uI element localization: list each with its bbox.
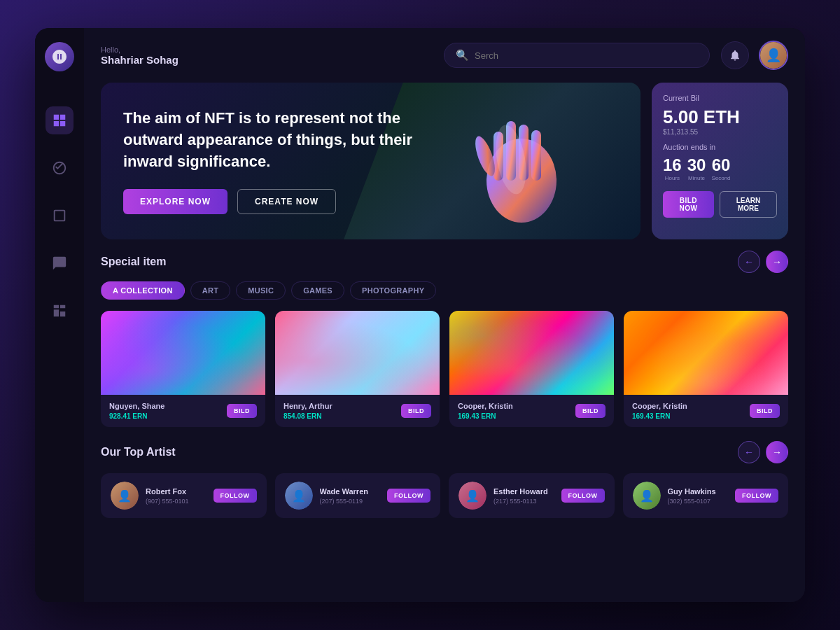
- nft-card-2: Henry, Arthur 854.08 ERN BILD: [275, 311, 440, 427]
- follow-button-4[interactable]: FOLLOW: [735, 489, 778, 503]
- cat-tab-photography[interactable]: PHOTOGRAPHY: [350, 281, 436, 300]
- logo[interactable]: [45, 42, 74, 71]
- special-items-arrows: ← →: [738, 251, 788, 273]
- special-items-title: Special item: [101, 255, 166, 268]
- artists-arrows: ← →: [738, 441, 788, 463]
- sidebar-item-tasks[interactable]: [46, 154, 74, 182]
- cat-tab-music[interactable]: MUSIC: [236, 281, 286, 300]
- nft-thumb-1: [101, 311, 265, 395]
- nft-author-2: Henry, Arthur: [284, 402, 332, 410]
- artist-phone-4: (302) 555-0107: [668, 498, 729, 505]
- artists-section: Our Top Artist ← → 👤 Robert Fox (907) 55…: [84, 441, 805, 535]
- swirl-overlay-1: [101, 311, 265, 395]
- frames-icon: [52, 208, 67, 223]
- nft-price-1: 928.41 ERN: [109, 412, 164, 420]
- bid-card-title: Current Bil: [663, 94, 777, 102]
- nft-info-2: Henry, Arthur 854.08 ERN BILD: [275, 395, 440, 427]
- cat-tab-games[interactable]: GAMES: [291, 281, 344, 300]
- timer-minutes-label: Minute: [687, 175, 706, 181]
- svg-rect-4: [531, 130, 541, 181]
- nft-thumb-4: [624, 311, 788, 395]
- chat-icon: [52, 255, 67, 271]
- greeting-text: Hello,: [101, 46, 433, 54]
- sidebar-item-layout[interactable]: [46, 297, 74, 325]
- follow-button-1[interactable]: FOLLOW: [214, 489, 257, 503]
- bell-icon: [729, 49, 741, 62]
- hand-svg: [444, 90, 598, 230]
- header: Hello, Shahriar Sohag 🔍 👤: [84, 28, 805, 83]
- layout-icon: [52, 303, 67, 318]
- bid-usd: $11,313.55: [663, 128, 777, 136]
- bid-amount: 5.00 ETH: [663, 106, 777, 128]
- bild-button-1[interactable]: BILD: [227, 404, 257, 418]
- bild-button-3[interactable]: BILD: [575, 404, 606, 418]
- hero-headline: The aim of NFT is to represent not the o…: [123, 108, 445, 172]
- artist-info-2: Wade Warren (207) 555-0119: [320, 487, 381, 505]
- nft-card-3: Cooper, Kristin 169.43 ERN BILD: [449, 311, 614, 427]
- sidebar-item-chat[interactable]: [46, 249, 74, 277]
- artists-title: Our Top Artist: [101, 446, 176, 458]
- learn-more-button[interactable]: LEARN MORE: [720, 191, 777, 218]
- username-text: Shahriar Sohag: [101, 54, 433, 66]
- hero-section: The aim of NFT is to represent not the o…: [84, 83, 805, 251]
- artist-phone-2: (207) 555-0119: [320, 498, 381, 505]
- prev-arrow-button[interactable]: ←: [738, 251, 760, 273]
- nav-items: [46, 106, 74, 325]
- nft-card-4: Cooper, Kristin 169.43 ERN BILD: [624, 311, 788, 427]
- auction-label: Auction ends in: [663, 143, 777, 151]
- nft-info-3: Cooper, Kristin 169.43 ERN BILD: [449, 395, 614, 427]
- nft-price-2: 854.08 ERN: [284, 412, 332, 420]
- bid-now-button[interactable]: BILD NOW: [663, 191, 714, 218]
- timer-hours: 16 Hours: [663, 157, 682, 181]
- swirl-overlay-4: [624, 311, 788, 395]
- cat-tab-collection[interactable]: A COLLECTION: [101, 281, 185, 300]
- bid-card-content: Current Bil 5.00 ETH $11,313.55 Auction …: [663, 94, 777, 218]
- special-items-header: Special item ← →: [84, 251, 805, 273]
- bild-button-4[interactable]: BILD: [750, 404, 780, 418]
- nft-info-1: Nguyen, Shane 928.41 ERN BILD: [101, 395, 265, 427]
- swirl-overlay-3: [449, 311, 614, 395]
- follow-button-2[interactable]: FOLLOW: [387, 489, 430, 503]
- artist-avatar-img-1: 👤: [111, 482, 139, 510]
- nft-author-4: Cooper, Kristin: [632, 402, 687, 410]
- next-arrow-button[interactable]: →: [766, 251, 788, 273]
- follow-button-3[interactable]: FOLLOW: [561, 489, 605, 503]
- artist-avatar-2: 👤: [285, 482, 313, 510]
- search-input[interactable]: [475, 50, 698, 61]
- artist-phone-1: (907) 555-0101: [146, 498, 206, 505]
- avatar[interactable]: 👤: [759, 41, 788, 70]
- avatar-image: 👤: [760, 42, 787, 69]
- artists-prev-arrow[interactable]: ←: [738, 441, 760, 463]
- artist-avatar-img-2: 👤: [285, 482, 313, 510]
- sidebar-item-frames[interactable]: [46, 202, 74, 230]
- artist-avatar-img-3: 👤: [458, 482, 486, 510]
- bid-actions: BILD NOW LEARN MORE: [663, 191, 777, 218]
- artists-header: Our Top Artist ← →: [101, 441, 788, 463]
- nft-author-info-1: Nguyen, Shane 928.41 ERN: [109, 402, 164, 420]
- artist-card-4: 👤 Guy Hawkins (302) 555-0107 FOLLOW: [623, 473, 789, 518]
- search-bar[interactable]: 🔍: [444, 43, 710, 68]
- search-icon: 🔍: [456, 49, 469, 62]
- sidebar: [35, 28, 84, 602]
- sidebar-item-dashboard[interactable]: [46, 106, 74, 134]
- timer-seconds-num: 60: [711, 157, 730, 174]
- create-now-button[interactable]: CREATE NOW: [237, 189, 336, 214]
- artists-next-arrow[interactable]: →: [766, 441, 788, 463]
- notification-button[interactable]: [721, 41, 749, 69]
- nft-author-1: Nguyen, Shane: [109, 402, 164, 410]
- timer-seconds: 60 Second: [711, 157, 730, 181]
- cat-tab-art[interactable]: ART: [190, 281, 231, 300]
- nft-author-info-2: Henry, Arthur 854.08 ERN: [284, 402, 332, 420]
- timer-minutes: 30 Minute: [687, 157, 706, 181]
- bild-button-2[interactable]: BILD: [401, 404, 431, 418]
- main-content: Hello, Shahriar Sohag 🔍 👤: [84, 28, 805, 602]
- nft-grid: Nguyen, Shane 928.41 ERN BILD Henry, Art…: [84, 311, 805, 427]
- header-actions: 👤: [721, 41, 788, 70]
- hero-buttons: EXPLORE NOW CREATE NOW: [123, 189, 445, 214]
- timer-hours-num: 16: [663, 157, 682, 174]
- artist-avatar-4: 👤: [633, 482, 661, 510]
- nft-card-1: Nguyen, Shane 928.41 ERN BILD: [101, 311, 265, 427]
- explore-now-button[interactable]: EXPLORE NOW: [123, 189, 227, 214]
- artist-avatar-1: 👤: [111, 482, 139, 510]
- artists-list: 👤 Robert Fox (907) 555-0101 FOLLOW 👤 Wad…: [101, 473, 788, 518]
